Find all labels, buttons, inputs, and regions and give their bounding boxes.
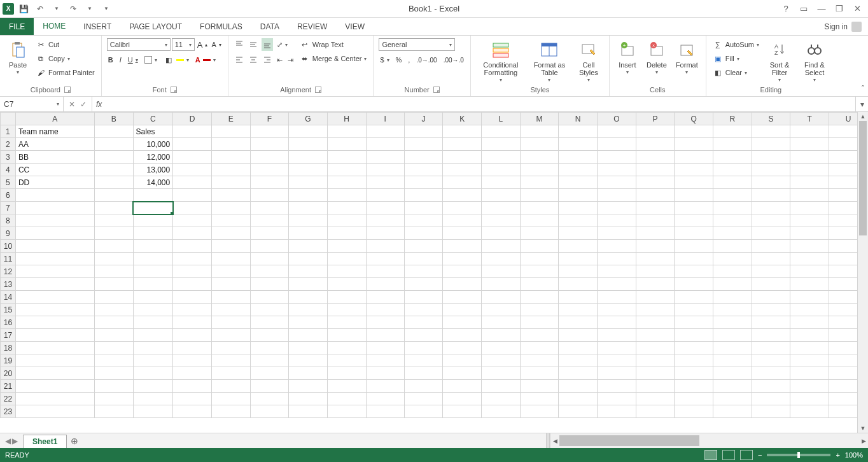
cell-F15[interactable]: [250, 304, 289, 316]
cell-H17[interactable]: [327, 329, 366, 342]
cell-B8[interactable]: [94, 214, 133, 227]
cell-C7[interactable]: [133, 202, 173, 214]
cell-C16[interactable]: [133, 316, 173, 329]
cell-D7[interactable]: [173, 202, 212, 214]
new-sheet-button[interactable]: ⊕: [67, 433, 82, 448]
cell-L8[interactable]: [481, 214, 520, 227]
cell-S14[interactable]: [752, 291, 790, 304]
cell-L21[interactable]: [481, 380, 520, 393]
zoom-in-button[interactable]: +: [836, 451, 839, 459]
cell-L20[interactable]: [481, 367, 520, 380]
cell-H5[interactable]: [327, 176, 366, 189]
row-header-11[interactable]: 11: [1, 253, 16, 265]
cell-K5[interactable]: [443, 176, 482, 189]
cell-F11[interactable]: [250, 253, 289, 265]
cell-C9[interactable]: [133, 227, 173, 240]
cell-T12[interactable]: [790, 265, 829, 278]
cell-N23[interactable]: [559, 405, 598, 418]
cell-S9[interactable]: [752, 227, 790, 240]
cell-P22[interactable]: [636, 393, 675, 405]
cell-N20[interactable]: [559, 367, 598, 380]
cell-S15[interactable]: [752, 304, 790, 316]
cell-H20[interactable]: [327, 367, 366, 380]
collapse-ribbon-button[interactable]: ˆ: [862, 85, 864, 94]
cell-F22[interactable]: [250, 393, 289, 405]
cell-L10[interactable]: [481, 240, 520, 253]
cell-S8[interactable]: [752, 214, 790, 227]
cell-H19[interactable]: [327, 354, 366, 367]
cell-I9[interactable]: [366, 227, 404, 240]
cell-K20[interactable]: [443, 367, 482, 380]
cell-A17[interactable]: [15, 329, 94, 342]
cell-D9[interactable]: [173, 227, 212, 240]
cell-A9[interactable]: [15, 227, 94, 240]
qat-customize[interactable]: ▼: [99, 2, 113, 16]
cell-Q2[interactable]: [675, 138, 713, 151]
cell-I10[interactable]: [366, 240, 404, 253]
cell-E14[interactable]: [211, 291, 250, 304]
cell-K3[interactable]: [443, 151, 482, 164]
cell-I11[interactable]: [366, 253, 404, 265]
cell-R7[interactable]: [713, 202, 752, 214]
column-header-D[interactable]: D: [173, 113, 212, 125]
cell-Q12[interactable]: [675, 265, 713, 278]
cell-Q9[interactable]: [675, 227, 713, 240]
cell-M17[interactable]: [520, 329, 559, 342]
cell-N6[interactable]: [559, 189, 598, 202]
cell-Q4[interactable]: [675, 164, 713, 176]
cell-F12[interactable]: [250, 265, 289, 278]
cell-E19[interactable]: [211, 354, 250, 367]
format-as-table-button[interactable]: Format as Table▾: [529, 38, 570, 85]
cell-C5[interactable]: 14,000: [133, 176, 173, 189]
cell-E7[interactable]: [211, 202, 250, 214]
cell-N21[interactable]: [559, 380, 598, 393]
cell-I7[interactable]: [366, 202, 404, 214]
font-color-button[interactable]: A▾: [194, 53, 217, 66]
bold-button[interactable]: B: [107, 53, 115, 66]
cell-P10[interactable]: [636, 240, 675, 253]
cell-T16[interactable]: [790, 316, 829, 329]
cell-D8[interactable]: [173, 214, 212, 227]
cell-O8[interactable]: [598, 214, 636, 227]
cell-C18[interactable]: [133, 342, 173, 354]
zoom-level[interactable]: 100%: [845, 451, 863, 459]
cell-P2[interactable]: [636, 138, 675, 151]
cell-M14[interactable]: [520, 291, 559, 304]
cell-G21[interactable]: [289, 380, 328, 393]
cell-A2[interactable]: AA: [15, 138, 94, 151]
cell-B19[interactable]: [94, 354, 133, 367]
cell-P11[interactable]: [636, 253, 675, 265]
cell-N12[interactable]: [559, 265, 598, 278]
row-header-3[interactable]: 3: [1, 151, 16, 164]
cell-G16[interactable]: [289, 316, 328, 329]
cell-L9[interactable]: [481, 227, 520, 240]
cell-J14[interactable]: [404, 291, 443, 304]
cell-R2[interactable]: [713, 138, 752, 151]
sheet-tab-sheet1[interactable]: Sheet1: [23, 435, 67, 448]
cell-Q16[interactable]: [675, 316, 713, 329]
cell-N8[interactable]: [559, 214, 598, 227]
cell-S22[interactable]: [752, 393, 790, 405]
cell-S12[interactable]: [752, 265, 790, 278]
cell-B15[interactable]: [94, 304, 133, 316]
cell-B9[interactable]: [94, 227, 133, 240]
cell-D3[interactable]: [173, 151, 212, 164]
cell-A6[interactable]: [15, 189, 94, 202]
cell-Q8[interactable]: [675, 214, 713, 227]
delete-cells-button[interactable]: ×Delete▾: [644, 38, 669, 77]
cell-L15[interactable]: [481, 304, 520, 316]
comma-format-button[interactable]: ,: [407, 53, 411, 66]
cell-L18[interactable]: [481, 342, 520, 354]
cell-J19[interactable]: [404, 354, 443, 367]
cell-S6[interactable]: [752, 189, 790, 202]
cell-D22[interactable]: [173, 393, 212, 405]
cell-C15[interactable]: [133, 304, 173, 316]
tab-review[interactable]: REVIEW: [288, 18, 336, 35]
cell-G9[interactable]: [289, 227, 328, 240]
cell-B6[interactable]: [94, 189, 133, 202]
cell-I17[interactable]: [366, 329, 404, 342]
cell-N22[interactable]: [559, 393, 598, 405]
cell-B7[interactable]: [94, 202, 133, 214]
cell-P7[interactable]: [636, 202, 675, 214]
cell-A7[interactable]: [15, 202, 94, 214]
